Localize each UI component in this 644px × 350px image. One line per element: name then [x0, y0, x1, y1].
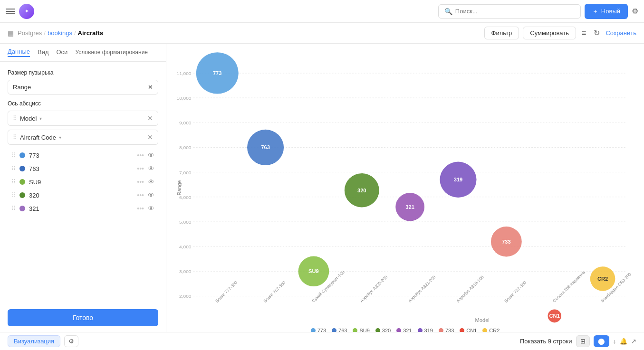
list-items-container: ⠿ 773 ••• 👁 ⠿ 763 ••• 👁 ⠿ SU9 ••• 👁 ⠿ 32… — [8, 149, 158, 215]
list-item: ⠿ 320 ••• 👁 — [8, 189, 158, 202]
legend-item: CN1 — [460, 328, 477, 332]
bubble-view-icon[interactable]: ⬤ — [594, 335, 609, 347]
svg-text:10,000: 10,000 — [177, 95, 192, 101]
more-icon[interactable]: ••• — [137, 191, 144, 199]
item-label: 321 — [29, 205, 133, 212]
bell-icon[interactable]: 🔔 — [620, 338, 627, 345]
svg-text:CR2: CR2 — [597, 276, 608, 282]
legend-item: CR2 — [482, 328, 500, 332]
tab-axes[interactable]: Оси — [57, 48, 68, 57]
svg-text:321: 321 — [405, 204, 414, 210]
aircraft-code-clear-icon[interactable]: ✕ — [147, 133, 153, 141]
columns-icon[interactable]: ≡ — [580, 27, 588, 39]
axis-row-aircraft-code: ⠿ Aircraft Code ▾ ✕ — [8, 130, 158, 145]
logo-icon: ✦ — [19, 4, 34, 19]
more-icon[interactable]: ••• — [137, 151, 144, 159]
new-button[interactable]: ＋ Новый — [585, 4, 628, 19]
drag-handle-model[interactable]: ⠿ — [13, 115, 17, 122]
svg-text:Аэробус A321-200: Аэробус A321-200 — [407, 274, 437, 303]
database-icon: ▤ — [8, 29, 14, 37]
breadcrumb-schema[interactable]: bookings — [48, 29, 72, 37]
bubble-size-label: Размер пузырька — [8, 69, 158, 76]
bubble-chart: 2,0003,0004,0005,0006,0007,0008,0009,000… — [174, 51, 636, 324]
drag-handle[interactable]: ⠿ — [11, 165, 16, 172]
legend-item: 773 — [311, 328, 326, 332]
legend-item: 320 — [375, 328, 391, 332]
summarize-button[interactable]: Суммировать — [523, 27, 576, 39]
eye-icon[interactable]: 👁 — [148, 178, 154, 186]
legend-item: SU9 — [353, 328, 369, 332]
refresh-icon[interactable]: ↻ — [592, 27, 602, 39]
more-icon[interactable]: ••• — [137, 178, 144, 186]
viz-settings-icon[interactable]: ⚙ — [64, 335, 78, 347]
legend-item: 763 — [332, 328, 347, 332]
settings-icon[interactable]: ⚙ — [632, 7, 638, 16]
drag-handle[interactable]: ⠿ — [11, 152, 16, 159]
svg-text:5,000: 5,000 — [179, 219, 192, 225]
svg-text:9,000: 9,000 — [179, 120, 192, 125]
legend-item: 321 — [396, 328, 412, 332]
x-axis-label: Ось абсцисс — [8, 100, 158, 107]
bubble-field-selector[interactable]: Range ✕ — [8, 80, 158, 95]
item-label: 763 — [29, 165, 133, 172]
item-label: SU9 — [29, 179, 133, 186]
list-item: ⠿ 773 ••• 👁 — [8, 149, 158, 162]
drag-handle-aircraft-code[interactable]: ⠿ — [13, 134, 17, 141]
caret-model[interactable]: ▾ — [39, 116, 42, 121]
item-dot — [19, 192, 25, 198]
eye-icon[interactable]: 👁 — [148, 191, 154, 199]
table-view-icon[interactable]: ⊞ — [576, 335, 590, 347]
item-dot — [19, 179, 25, 185]
item-label: 320 — [29, 192, 133, 199]
tab-conditional[interactable]: Условное форматирование — [75, 49, 148, 57]
svg-text:CN1: CN1 — [549, 313, 560, 319]
tabs-bar: Данные Вид Оси Условное форматирование — [0, 44, 166, 62]
svg-text:Боинг 767-300: Боинг 767-300 — [263, 280, 287, 303]
tab-data[interactable]: Данные — [8, 48, 30, 57]
main-layout: Данные Вид Оси Условное форматирование Р… — [0, 44, 644, 332]
drag-handle[interactable]: ⠿ — [11, 192, 16, 199]
drag-handle[interactable]: ⠿ — [11, 205, 16, 212]
svg-text:Сессна 208 Каравана: Сессна 208 Каравана — [552, 270, 586, 303]
svg-text:Аэробус A319-100: Аэробус A319-100 — [455, 274, 485, 303]
eye-icon[interactable]: 👁 — [148, 151, 154, 159]
search-input[interactable] — [455, 8, 575, 15]
more-icon[interactable]: ••• — [137, 165, 144, 172]
svg-text:320: 320 — [357, 188, 366, 193]
model-clear-icon[interactable]: ✕ — [147, 114, 153, 122]
download-icon[interactable]: ↓ — [613, 338, 616, 345]
svg-text:SU9: SU9 — [308, 268, 319, 274]
svg-text:Боинг 777-300: Боинг 777-300 — [214, 280, 238, 303]
item-dot — [19, 206, 25, 211]
caret-aircraft-code[interactable]: ▾ — [59, 135, 61, 140]
item-label: 773 — [29, 152, 133, 159]
axis-label-aircraft-code: Aircraft Code — [20, 134, 56, 141]
ready-button[interactable]: Готово — [8, 309, 158, 326]
svg-text:773: 773 — [213, 70, 222, 76]
bubble-clear-icon[interactable]: ✕ — [148, 84, 153, 91]
filter-button[interactable]: Фильтр — [484, 27, 519, 39]
more-icon[interactable]: ••• — [137, 205, 144, 212]
svg-text:Боинг 737-300: Боинг 737-300 — [504, 280, 528, 303]
search-bar[interactable]: 🔍 — [438, 4, 581, 19]
hamburger-menu[interactable] — [6, 7, 15, 16]
logo-area: ✦ — [19, 4, 34, 19]
list-item: ⠿ 763 ••• 👁 — [8, 162, 158, 175]
bubble-field-value: Range — [13, 84, 31, 91]
svg-text:Model: Model — [475, 317, 489, 323]
export-icon[interactable]: ↗ — [631, 338, 636, 345]
bottom-bar: Визуализация ⚙ Показать 9 строки ⊞ ⬤ ↓ 🔔… — [0, 332, 644, 350]
visualize-button[interactable]: Визуализация — [8, 335, 60, 347]
chart-area: 2,0003,0004,0005,0006,0007,0008,0009,000… — [166, 44, 644, 332]
tab-view[interactable]: Вид — [38, 48, 49, 57]
drag-handle[interactable]: ⠿ — [11, 179, 16, 185]
eye-icon[interactable]: 👁 — [148, 205, 154, 212]
top-nav: ✦ 🔍 ＋ Новый ⚙ — [0, 0, 644, 23]
item-dot — [19, 166, 25, 171]
eye-icon[interactable]: 👁 — [148, 165, 154, 172]
svg-text:Аэробус A320-200: Аэробус A320-200 — [359, 274, 389, 303]
axis-label-model: Model — [20, 115, 37, 122]
save-button[interactable]: Сохранить — [606, 29, 636, 37]
legend: 773763SU9320321319733CN1CR2 — [174, 328, 636, 332]
svg-text:319: 319 — [454, 177, 463, 182]
